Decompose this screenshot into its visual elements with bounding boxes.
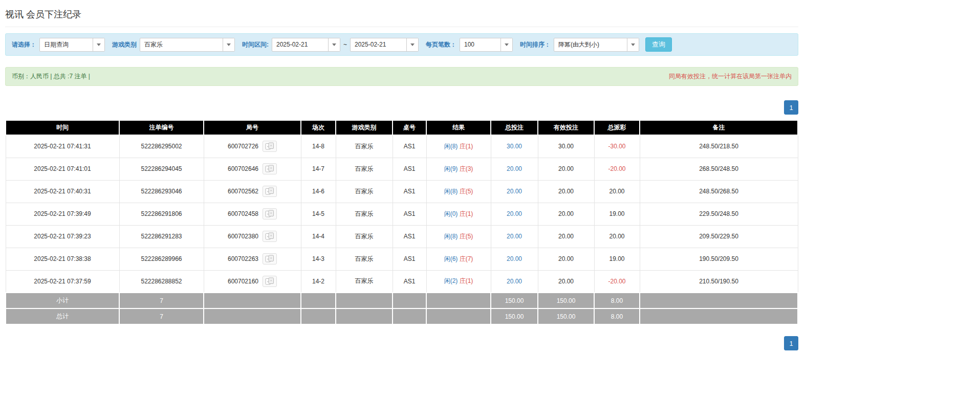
cell-note: 190.50/209.50 bbox=[640, 248, 798, 270]
view-cards-button[interactable] bbox=[263, 253, 277, 264]
page-size-label: 每页笔数： bbox=[426, 40, 456, 49]
total-bet-link[interactable]: 20.00 bbox=[507, 233, 522, 240]
result-player: 闲(8) bbox=[444, 143, 458, 150]
round-id: 600702160 bbox=[228, 278, 258, 285]
header-note: 备注 bbox=[640, 120, 798, 135]
header-time: 时间 bbox=[6, 120, 119, 135]
table-row: 2025-02-21 07:41:01522286294045600702646… bbox=[6, 158, 798, 180]
total-empty bbox=[336, 308, 393, 324]
table-row: 2025-02-21 07:39:23522286291283600702380… bbox=[6, 225, 798, 248]
cell-round-id: 600702562 bbox=[204, 180, 301, 203]
total-count: 7 bbox=[119, 308, 204, 324]
date-to-select[interactable]: 2025-02-21 bbox=[350, 38, 419, 52]
sort-select[interactable]: 降冪(由大到小) bbox=[554, 38, 639, 52]
result-player: 闲(9) bbox=[444, 165, 458, 172]
bet-records-table: 时间 注单编号 局号 场次 游戏类别 桌号 结果 总投注 有效投注 总派彩 备注… bbox=[5, 120, 798, 325]
cell-time: 2025-02-21 07:39:23 bbox=[6, 225, 119, 248]
cell-time: 2025-02-21 07:41:01 bbox=[6, 158, 119, 180]
cell-session: 14-2 bbox=[301, 270, 336, 293]
result-banker: 庄(3) bbox=[460, 165, 473, 172]
total-label: 总计 bbox=[6, 308, 119, 324]
cell-time: 2025-02-21 07:39:49 bbox=[6, 203, 119, 225]
summary-bar: 币别：人民币 | 总共 :7 注单 | 同局有效投注，统一计算在该局第一张注单内 bbox=[5, 67, 798, 86]
cards-icon bbox=[265, 165, 274, 172]
cell-bet-id: 522286294045 bbox=[119, 158, 204, 180]
view-cards-button[interactable] bbox=[263, 208, 277, 219]
cell-time: 2025-02-21 07:38:38 bbox=[6, 248, 119, 270]
result-player: 闲(8) bbox=[444, 233, 458, 240]
result-banker: 庄(5) bbox=[460, 188, 473, 195]
chevron-down-icon bbox=[93, 38, 104, 51]
page-size-select[interactable]: 100 bbox=[460, 38, 513, 52]
cell-total-bet: 20.00 bbox=[491, 158, 538, 180]
cell-bet-id: 522286288852 bbox=[119, 270, 204, 293]
subtotal-count: 7 bbox=[119, 293, 204, 308]
page-button[interactable]: 1 bbox=[784, 336, 798, 350]
cell-session: 14-6 bbox=[301, 180, 336, 203]
cell-valid-bet: 20.00 bbox=[538, 203, 594, 225]
total-bet-link[interactable]: 20.00 bbox=[507, 255, 522, 262]
total-bet-link[interactable]: 20.00 bbox=[507, 210, 522, 217]
cell-total-bet: 20.00 bbox=[491, 270, 538, 293]
game-type-select[interactable]: 百家乐 bbox=[140, 38, 235, 52]
page-button[interactable]: 1 bbox=[784, 100, 798, 115]
header-session: 场次 bbox=[301, 120, 336, 135]
cell-round-id: 600702646 bbox=[204, 158, 301, 180]
cell-session: 14-4 bbox=[301, 225, 336, 248]
cell-bet-id: 522286289966 bbox=[119, 248, 204, 270]
view-cards-button[interactable] bbox=[263, 141, 277, 152]
total-row: 总计 7 150.00 150.00 8.00 bbox=[6, 308, 798, 324]
pagination-bottom: 1 bbox=[5, 336, 798, 350]
view-cards-button[interactable] bbox=[263, 231, 277, 242]
query-type-select[interactable]: 日期查询 bbox=[39, 38, 105, 52]
result-player: 闲(0) bbox=[444, 210, 458, 217]
result-banker: 庄(1) bbox=[460, 143, 473, 150]
cards-icon bbox=[265, 142, 274, 150]
summary-info: 币别：人民币 | 总共 :7 注单 | bbox=[12, 72, 90, 81]
total-bet-link[interactable]: 20.00 bbox=[507, 278, 522, 285]
date-from-select[interactable]: 2025-02-21 bbox=[272, 38, 340, 52]
cell-round-id: 600702263 bbox=[204, 248, 301, 270]
choose-label: 请选择： bbox=[12, 40, 36, 49]
result-banker: 庄(1) bbox=[460, 210, 473, 217]
subtotal-empty bbox=[301, 293, 336, 308]
cell-game-type: 百家乐 bbox=[336, 270, 393, 293]
cell-table-id: AS1 bbox=[393, 180, 426, 203]
cell-time: 2025-02-21 07:40:31 bbox=[6, 180, 119, 203]
chevron-down-icon bbox=[500, 38, 512, 51]
total-empty bbox=[393, 308, 426, 324]
header-table-id: 桌号 bbox=[393, 120, 426, 135]
round-id: 600702380 bbox=[228, 233, 258, 240]
cell-total-bet: 30.00 bbox=[491, 135, 538, 158]
cell-round-id: 600702160 bbox=[204, 270, 301, 293]
total-bet-link[interactable]: 20.00 bbox=[507, 165, 522, 172]
date-to-value: 2025-02-21 bbox=[351, 38, 406, 51]
date-range-separator: ~ bbox=[343, 41, 347, 48]
total-empty bbox=[301, 308, 336, 324]
view-cards-button[interactable] bbox=[263, 276, 277, 287]
view-cards-button[interactable] bbox=[263, 186, 277, 197]
game-type-label: 游戏类别 bbox=[112, 40, 137, 49]
cell-result: 闲(0) 庄(1) bbox=[426, 203, 491, 225]
cell-valid-bet: 20.00 bbox=[538, 270, 594, 293]
total-bet-link[interactable]: 30.00 bbox=[507, 143, 522, 150]
cell-note: 210.50/190.50 bbox=[640, 270, 798, 293]
cell-session: 14-8 bbox=[301, 135, 336, 158]
cell-bet-id: 522286293046 bbox=[119, 180, 204, 203]
cell-valid-bet: 20.00 bbox=[538, 158, 594, 180]
header-game-type: 游戏类别 bbox=[336, 120, 393, 135]
sort-label: 时间排序： bbox=[520, 40, 551, 49]
cell-round-id: 600702380 bbox=[204, 225, 301, 248]
result-banker: 庄(5) bbox=[460, 233, 473, 240]
cell-table-id: AS1 bbox=[393, 270, 426, 293]
payout-value: 19.00 bbox=[609, 255, 624, 262]
round-id: 600702263 bbox=[228, 255, 258, 262]
view-cards-button[interactable] bbox=[263, 163, 277, 174]
cell-payout: -20.00 bbox=[594, 270, 640, 293]
cell-total-bet: 20.00 bbox=[491, 203, 538, 225]
search-button[interactable]: 查询 bbox=[645, 37, 672, 52]
subtotal-valid-bet: 150.00 bbox=[538, 293, 594, 308]
total-bet-link[interactable]: 20.00 bbox=[507, 188, 522, 195]
table-header-row: 时间 注单编号 局号 场次 游戏类别 桌号 结果 总投注 有效投注 总派彩 备注 bbox=[6, 120, 798, 135]
cell-game-type: 百家乐 bbox=[336, 225, 393, 248]
